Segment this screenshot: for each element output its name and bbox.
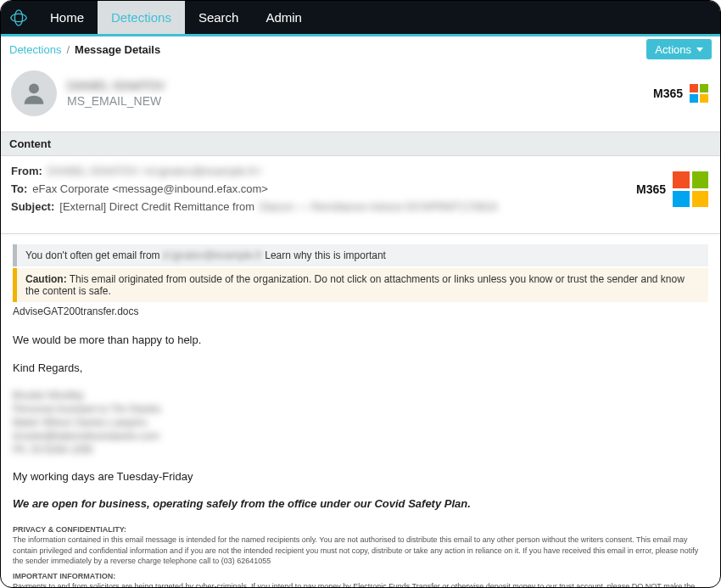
from-label: From: xyxy=(11,165,42,177)
nav-search[interactable]: Search xyxy=(185,1,253,34)
svg-point-1 xyxy=(14,9,22,25)
first-contact-banner: You don't often get email from d.ignatov… xyxy=(13,244,708,266)
body-p2: Kind Regards, xyxy=(13,361,708,377)
fineprint: PRIVACY & CONFIDENTIALITY: The informati… xyxy=(13,524,708,588)
avatar xyxy=(11,70,57,116)
microsoft-logo-icon xyxy=(673,171,708,207)
fine-t1: The information contained in this email … xyxy=(13,535,698,564)
body-p3: My working days are Tuesday-Friday xyxy=(13,469,708,485)
fine-t2: Payments to and from solicitors are bein… xyxy=(13,582,695,588)
caution-text: This email originated from outside of th… xyxy=(25,273,685,297)
brand-logo[interactable] xyxy=(1,1,36,34)
brand-icon xyxy=(9,8,28,27)
content-section-header: Content xyxy=(1,132,720,156)
meta-service-label: M365 xyxy=(636,182,666,196)
identity-row: DANIEL IGNATOV MS_EMAIL_NEW M365 xyxy=(1,62,720,132)
message-body: We would be more than happy to help. Kin… xyxy=(1,321,720,588)
person-icon xyxy=(20,79,48,108)
banner1-suffix[interactable]: Learn why this is important xyxy=(265,249,386,261)
subject-rest: Diacon — Remittance Advice DCNPRMT170624 xyxy=(260,200,497,213)
breadcrumb-root[interactable]: Detections xyxy=(9,43,61,56)
identity-text: DANIEL IGNATOV MS_EMAIL_NEW xyxy=(67,79,165,108)
meta-to-row: To: eFax Corporate <message@inbound.efax… xyxy=(11,182,710,195)
actions-button[interactable]: Actions xyxy=(646,39,712,59)
service-label: M365 xyxy=(653,87,683,100)
subject-prefix: [External] Direct Credit Remittance from xyxy=(59,200,254,213)
identity-subtitle: MS_EMAIL_NEW xyxy=(67,94,165,108)
signature-block: Brooke WoolleyPersonal Assistant to Tim … xyxy=(13,389,708,457)
banner1-prefix: You don't often get email from xyxy=(25,249,160,261)
svg-point-0 xyxy=(11,14,26,21)
to-value: eFax Corporate <message@inbound.efax.com… xyxy=(32,182,268,195)
breadcrumb-current: Message Details xyxy=(75,43,160,56)
meta-subject-row: Subject: [External] Direct Credit Remitt… xyxy=(11,200,710,213)
chevron-down-icon xyxy=(696,48,703,52)
fine-h1: PRIVACY & CONFIDENTIALITY: xyxy=(13,524,708,535)
safety-banners: You don't often get email from d.ignatov… xyxy=(1,234,720,321)
app-frame: Home Detections Search Admin Detections … xyxy=(0,0,721,588)
identity-name: DANIEL IGNATOV xyxy=(67,79,165,92)
fine-h2: IMPORTANT INFORMATION: xyxy=(13,571,708,581)
topbar: Home Detections Search Admin xyxy=(1,1,720,36)
banner1-email: d.ignatov@example.fr xyxy=(163,249,262,261)
breadcrumb-sep: / xyxy=(66,43,70,56)
meta-service-badge: M365 xyxy=(636,171,708,207)
nav-home[interactable]: Home xyxy=(36,1,98,34)
service-badge: M365 xyxy=(653,84,708,103)
subheader: Detections / Message Details Actions xyxy=(1,36,720,62)
from-value: DANIEL IGNATOV <d.ignatov@example.fr> xyxy=(48,165,262,177)
meta-from-row: From: DANIEL IGNATOV <d.ignatov@example.… xyxy=(11,165,710,177)
nav-admin[interactable]: Admin xyxy=(252,1,316,34)
actions-label: Actions xyxy=(655,43,691,56)
body-p1: We would be more than happy to help. xyxy=(13,333,708,349)
microsoft-logo-icon xyxy=(690,84,708,103)
attachment-name[interactable]: AdviseGAT200transfer.docs xyxy=(13,305,708,317)
caution-banner: Caution: This email originated from outs… xyxy=(13,268,708,302)
caution-label: Caution: xyxy=(25,273,67,285)
nav-detections[interactable]: Detections xyxy=(98,1,185,34)
subject-label: Subject: xyxy=(11,200,54,213)
message-meta: From: DANIEL IGNATOV <d.ignatov@example.… xyxy=(1,156,720,234)
body-p4: We are open for business, operating safe… xyxy=(13,496,708,512)
to-label: To: xyxy=(11,182,27,195)
svg-point-2 xyxy=(29,83,39,93)
